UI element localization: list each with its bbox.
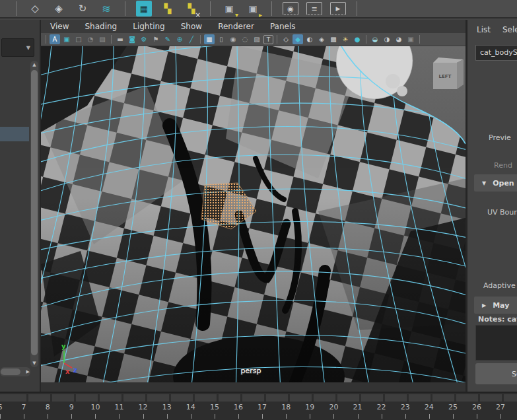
reset-rotate-icon[interactable]: ↻	[75, 1, 90, 17]
timeline-frame-label[interactable]: 12	[139, 403, 148, 411]
copy-uv-icon[interactable]: ▣▾	[221, 1, 237, 17]
image-plane-icon[interactable]: ▨	[252, 34, 262, 44]
timeline-frame-label[interactable]: 16	[234, 403, 243, 411]
timeline-frame-label[interactable]: 21	[353, 403, 362, 411]
timeline-frame-label[interactable]: 10	[90, 403, 100, 411]
uv-checker-delete-icon-badge: ×	[195, 12, 201, 18]
timeline-frame-label[interactable]: 8	[46, 403, 50, 411]
film-gate-icon[interactable]: ▯	[216, 34, 226, 44]
menu-list[interactable]: List	[477, 25, 491, 34]
open-section-header[interactable]: ▼ Open	[474, 174, 517, 192]
resolution-gate-icon[interactable]: ◉	[228, 34, 238, 44]
outliner-horizontal-scrollbar[interactable]: ▶	[0, 367, 30, 376]
viewport-canvas[interactable]: LEFT y x z persp	[41, 46, 465, 382]
grid-icon[interactable]: ▦	[204, 34, 215, 44]
poly-cube-icon[interactable]: ◇	[27, 1, 43, 17]
timeline-frame-label[interactable]: 14	[186, 403, 195, 411]
scroll-right-icon[interactable]: ▶	[26, 369, 30, 374]
timeline-frame-label[interactable]: 9	[69, 403, 74, 411]
menu-renderer[interactable]: Renderer	[218, 22, 254, 31]
timeline-frame-label[interactable]: 19	[305, 403, 314, 411]
timeline-frame-label[interactable]: 13	[162, 403, 172, 411]
timeline-frame-label[interactable]: 22	[377, 403, 386, 411]
toolbar-separator	[111, 35, 112, 44]
checker-map-icon[interactable]: ▩	[328, 34, 339, 44]
outliner-selected-item[interactable]	[0, 127, 29, 141]
menu-panels[interactable]: Panels	[270, 22, 296, 31]
section-collapsed-icon[interactable]: ▶	[482, 302, 486, 308]
lights-icon[interactable]: ☀	[340, 34, 351, 44]
uv-checker-active-icon[interactable]: ▦	[136, 1, 152, 17]
timeline-frame-label[interactable]: 7	[22, 403, 26, 411]
textured-sphere-icon[interactable]: ◐	[304, 34, 315, 44]
select-button[interactable]: Se	[475, 363, 517, 384]
camera-attributes-icon[interactable]: ⚙	[139, 34, 149, 44]
timeline-tick-mark	[382, 414, 382, 419]
timeline-frame-label[interactable]: 20	[329, 403, 338, 411]
camera-lock-icon[interactable]: ◙	[127, 34, 137, 44]
pie-disc-icon[interactable]: ◔	[85, 34, 96, 44]
timeline-frame-label[interactable]: 23	[401, 403, 410, 411]
scroll-down-icon[interactable]: ▼	[30, 361, 38, 366]
render-view-icon[interactable]: ◉	[283, 2, 298, 15]
menu-show[interactable]: Show	[181, 22, 202, 31]
renderer-a-icon[interactable]: A	[50, 34, 60, 44]
timeline-frame-label[interactable]: 25	[448, 403, 458, 411]
timeline-frame-label[interactable]: 6	[0, 403, 3, 411]
uv-checker-delete-icon[interactable]: ▚×	[184, 1, 199, 17]
layers-icon[interactable]: ▤	[97, 34, 108, 44]
outliner-filter-dropdown[interactable]: ▼	[1, 38, 34, 57]
view-cube-left-label[interactable]: LEFT	[439, 74, 452, 79]
select-highlight-icon[interactable]: ▣	[61, 34, 72, 44]
bookmark-icon[interactable]: ⚑	[151, 34, 161, 44]
camera-select-icon[interactable]: ▬	[115, 34, 125, 44]
timeline-frame-label[interactable]: 15	[210, 403, 219, 411]
maya-section-header[interactable]: ▶ May	[474, 297, 517, 314]
uv-checker-icon[interactable]: ▚	[160, 1, 176, 17]
wireframe-mode-icon[interactable]: ◇	[281, 34, 291, 44]
timeline-frame-label[interactable]: 24	[425, 403, 434, 411]
grease-pencil-icon[interactable]: ✎	[162, 34, 173, 44]
paste-uv-icon[interactable]: ▣▸	[245, 1, 261, 17]
view-cube[interactable]: LEFT	[433, 57, 464, 89]
text-hud-icon[interactable]: T	[263, 35, 273, 44]
fog-icon[interactable]: ◕	[394, 34, 404, 44]
time-slider-track[interactable]	[0, 394, 517, 402]
maya-window: ◇◈↻≋▦▚▚×▣▾▣▸◉≡▶ ▼ ▲ ▼ ▶ View Shading Li	[0, 0, 517, 420]
timeline-frame-label[interactable]: 26	[472, 403, 481, 411]
time-slider[interactable]: 6789101112131415161718192021222324252627	[0, 392, 517, 420]
menu-select[interactable]: Select	[502, 25, 517, 34]
timeline-frame-label[interactable]: 17	[258, 403, 267, 411]
wave-shield-icon[interactable]: ≋	[98, 1, 114, 17]
shaded-mode-icon[interactable]: ◆	[293, 34, 303, 44]
menu-view[interactable]: View	[50, 22, 69, 31]
notes-textarea[interactable]	[475, 325, 517, 361]
render-settings-icon[interactable]: ≡	[306, 2, 322, 15]
textured-cube-icon[interactable]: ◈	[316, 34, 327, 44]
timeline-frame-label[interactable]: 27	[496, 403, 505, 411]
ao-icon[interactable]: ◒	[370, 34, 380, 44]
toolbar-separator	[16, 1, 17, 16]
shadows-icon[interactable]: ●	[352, 34, 362, 44]
section-expanded-icon[interactable]: ▼	[482, 180, 486, 186]
multisample-icon[interactable]: ▣	[405, 34, 416, 44]
node-name-field[interactable]: cat_bodySh	[475, 45, 517, 61]
duplicate-cube-icon[interactable]: ◈	[51, 1, 67, 17]
scrollbar-thumb[interactable]	[31, 70, 38, 355]
menu-lighting[interactable]: Lighting	[133, 22, 165, 31]
scroll-up-icon[interactable]: ▲	[30, 62, 38, 67]
toolbar-separator	[419, 35, 420, 44]
gate-mask-icon[interactable]: ◌	[240, 34, 250, 44]
toolbar-separator	[277, 35, 277, 44]
axis-z-label: z	[73, 367, 77, 374]
menu-shading[interactable]: Shading	[85, 22, 117, 31]
outliner-vertical-scrollbar[interactable]: ▲ ▼	[30, 61, 38, 367]
pan-zoom-icon[interactable]: ⊕	[174, 34, 185, 44]
motion-blur-icon[interactable]: ◑	[382, 34, 392, 44]
timeline-frame-label[interactable]: 18	[281, 403, 291, 411]
isolate-select-icon[interactable]: □	[73, 34, 84, 44]
timeline-frame-label[interactable]: 11	[115, 403, 124, 411]
playblast-icon[interactable]: ▶	[330, 2, 346, 15]
paint-icon[interactable]: ╱	[186, 34, 197, 44]
scrollbar-thumb[interactable]	[1, 368, 20, 375]
